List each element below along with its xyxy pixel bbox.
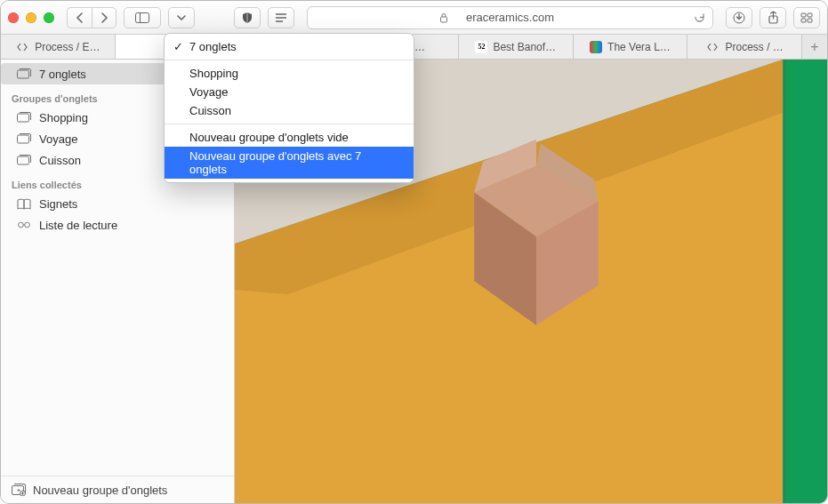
compress-icon	[15, 40, 29, 54]
svg-rect-10	[801, 19, 806, 22]
tab-groups-dropdown: 7 onglets Shopping Voyage Cuisson Nouvea…	[164, 33, 414, 183]
safari-window: eraceramics.com	[0, 0, 828, 504]
sidebar-item-bookmarks[interactable]: Signets	[1, 193, 234, 214]
svg-rect-9	[808, 13, 812, 17]
glasses-icon	[17, 218, 31, 232]
svg-rect-0	[136, 12, 149, 22]
tab-groups-menu-button[interactable]	[168, 7, 195, 28]
tabs-icon	[17, 110, 31, 124]
menu-item-new-with-tabs[interactable]: Nouveau groupe d'onglets avec 7 onglets	[165, 147, 414, 179]
menu-separator	[165, 60, 414, 60]
reader-icon	[275, 12, 287, 23]
reload-icon	[694, 12, 705, 23]
tab-overview-button[interactable]	[793, 7, 820, 28]
sidebar-item-label: 7 onglets	[39, 68, 86, 81]
sidebar-item-label: Voyage	[39, 132, 77, 146]
address-bar-wrap: eraceramics.com	[307, 6, 713, 29]
minimize-window-button[interactable]	[26, 12, 36, 23]
sidebar-item-reading-list[interactable]: Liste de lecture	[1, 214, 234, 236]
reload-button[interactable]	[694, 12, 705, 23]
close-window-button[interactable]	[8, 12, 19, 23]
tabs-icon	[17, 132, 31, 146]
window-controls	[8, 12, 54, 23]
favicon-52: 52	[475, 41, 487, 53]
tabs-icon	[17, 67, 31, 81]
lock-icon	[439, 12, 448, 23]
menu-item-voyage[interactable]: Voyage	[165, 83, 414, 101]
tab-label: The Vera L…	[607, 41, 671, 53]
downloads-button[interactable]	[726, 7, 752, 28]
svg-rect-12	[18, 70, 29, 78]
menu-item-label: Shopping	[189, 67, 238, 80]
back-button[interactable]	[67, 7, 92, 28]
toolbar-right	[726, 7, 820, 28]
favicon	[590, 41, 602, 53]
forward-button[interactable]	[92, 7, 117, 28]
tab-label: Process / …	[725, 41, 783, 53]
tabs-icon	[17, 153, 31, 167]
book-icon	[17, 196, 31, 211]
tabs-grid-icon	[800, 12, 813, 23]
sidebar-item-label: Shopping	[39, 111, 88, 124]
svg-rect-8	[801, 13, 806, 17]
address-host: eraceramics.com	[466, 11, 554, 24]
tab-0[interactable]: Process / E…	[1, 35, 116, 59]
menu-item-label: Cuisson	[189, 104, 231, 117]
privacy-report-button[interactable]	[234, 7, 261, 28]
sidebar-footer[interactable]: Nouveau groupe d'onglets	[1, 476, 234, 503]
new-tab-button[interactable]: +	[802, 35, 827, 59]
share-button[interactable]	[760, 7, 786, 28]
chevron-down-icon	[177, 14, 186, 21]
sidebar-toggle-button[interactable]	[124, 7, 161, 28]
chevron-right-icon	[100, 12, 109, 23]
tab-5[interactable]: The Vera L…	[574, 35, 688, 59]
tab-label: Best Banof…	[493, 41, 556, 53]
svg-rect-13	[18, 114, 29, 122]
sidebar-item-label: Liste de lecture	[39, 219, 117, 232]
menu-item-label: Voyage	[189, 85, 228, 99]
download-icon	[733, 12, 745, 24]
svg-rect-15	[18, 156, 29, 164]
chevron-left-icon	[76, 12, 84, 23]
svg-rect-14	[18, 135, 29, 143]
menu-item-new-empty[interactable]: Nouveau groupe d'onglets vide	[165, 128, 414, 147]
add-tab-group-icon	[12, 483, 26, 497]
address-bar[interactable]: eraceramics.com	[307, 6, 713, 29]
menu-item-shopping[interactable]: Shopping	[165, 64, 414, 83]
svg-rect-5	[440, 17, 446, 22]
menu-item-current[interactable]: 7 onglets	[165, 37, 414, 56]
compress-icon	[705, 40, 719, 54]
shield-icon	[241, 12, 253, 24]
reader-view-button[interactable]	[268, 7, 294, 28]
tab-6[interactable]: Process / …	[687, 35, 802, 59]
share-icon	[768, 11, 779, 24]
nav-back-forward	[67, 7, 117, 28]
tab-4[interactable]: 52 Best Banof…	[459, 35, 574, 59]
svg-point-17	[25, 222, 30, 228]
svg-point-16	[19, 222, 24, 228]
toolbar: eraceramics.com	[1, 1, 827, 35]
zoom-window-button[interactable]	[44, 12, 54, 23]
menu-item-label: Nouveau groupe d'onglets vide	[189, 131, 349, 144]
svg-rect-11	[808, 19, 812, 22]
menu-separator	[165, 124, 414, 124]
sidebar-icon	[135, 12, 149, 23]
menu-item-label: 7 onglets	[189, 40, 237, 53]
sidebar-footer-label: Nouveau groupe d'onglets	[33, 484, 167, 497]
sidebar-item-label: Signets	[39, 197, 77, 211]
menu-item-cuisson[interactable]: Cuisson	[165, 101, 414, 120]
content-green-strip	[786, 60, 827, 503]
tab-label: Process / E…	[35, 41, 100, 53]
sidebar-item-label: Cuisson	[39, 154, 81, 167]
menu-item-label: Nouveau groupe d'onglets avec 7 onglets	[189, 149, 361, 176]
